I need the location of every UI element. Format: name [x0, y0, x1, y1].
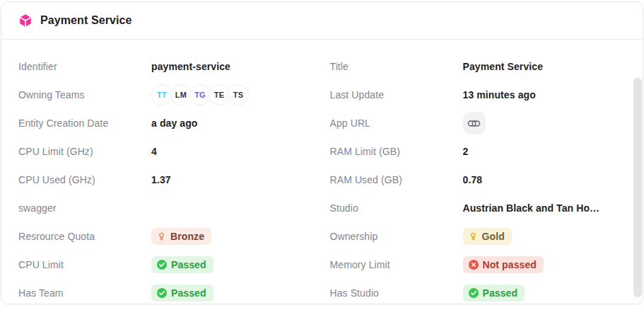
gold-badge: Gold — [463, 228, 512, 245]
detail-row: RAM Used (GB)0.78 — [330, 166, 626, 194]
field-value: 13 minutes ago — [463, 89, 626, 101]
detail-row: CPU LimitPassed — [18, 251, 315, 279]
badge-label: Gold — [482, 231, 505, 241]
badge-label: Passed — [483, 288, 518, 298]
medal-icon — [157, 232, 166, 241]
field-label: CPU Limit (GHz) — [18, 146, 151, 157]
card-header: Payment Service — [1, 2, 643, 40]
page-title: Payment Service — [40, 14, 132, 27]
field-value: Gold — [463, 228, 626, 245]
field-value: a day ago — [151, 117, 315, 129]
field-value: Passed — [151, 285, 315, 302]
detail-row: CPU Limit (GHz)4 — [18, 137, 315, 166]
field-label: Memory Limit — [330, 259, 463, 270]
detail-row: TitlePayment Service — [330, 52, 626, 81]
status-badge-passed: Passed — [151, 285, 213, 302]
bronze-badge: Bronze — [151, 228, 211, 245]
field-value-text: Payment Service — [463, 61, 544, 72]
field-value: payment-service — [151, 61, 315, 72]
field-label: Has Studio — [330, 287, 463, 299]
field-label: Owning Teams — [18, 89, 151, 101]
field-value-text: 0.78 — [463, 174, 483, 185]
field-value: Passed — [151, 256, 315, 273]
team-avatar[interactable]: TG — [189, 84, 211, 105]
field-value: Payment Service — [463, 61, 626, 72]
field-value: 1.37 — [151, 174, 315, 185]
details-column-right: TitlePayment ServiceLast Update13 minute… — [330, 52, 626, 304]
detail-row: Identifierpayment-service — [18, 52, 315, 81]
field-label: Entity Creation Date — [18, 117, 151, 129]
card-body: Identifierpayment-serviceOwning TeamsTTL… — [1, 40, 643, 304]
detail-row: Entity Creation Datea day ago — [18, 109, 315, 137]
team-avatar[interactable]: TT — [151, 84, 172, 105]
field-label: Identifier — [18, 61, 151, 72]
field-label: CPU Used (GHz) — [18, 174, 151, 185]
detail-row: App URL — [330, 109, 626, 137]
field-label: Resrource Quota — [18, 231, 151, 242]
field-value-text: 2 — [463, 146, 469, 157]
detail-row: Memory LimitNot passed — [330, 251, 626, 279]
field-label: swagger — [18, 202, 151, 214]
field-value — [463, 112, 626, 134]
field-value: 4 — [151, 146, 315, 157]
field-value: 0.78 — [463, 174, 626, 185]
field-value: Austrian Black and Tan Ho… — [463, 202, 626, 214]
field-value-text: 4 — [151, 146, 157, 157]
field-label: Studio — [330, 202, 463, 214]
field-label: CPU Limit — [18, 259, 151, 270]
field-label: Has Team — [18, 287, 151, 299]
detail-row: Last Update13 minutes ago — [330, 81, 626, 109]
field-value: TTLMTGTETS — [151, 84, 315, 105]
x-circle-icon — [469, 260, 479, 270]
status-badge-not-passed: Not passed — [463, 256, 544, 273]
link-icon — [467, 117, 481, 130]
owning-teams-avatars: TTLMTGTETS — [151, 84, 315, 105]
status-badge-passed: Passed — [151, 256, 213, 273]
field-label: Title — [330, 61, 463, 72]
payment-service-card: Payment Service Identifierpayment-servic… — [1, 1, 643, 304]
check-circle-icon — [157, 260, 167, 270]
badge-label: Passed — [171, 260, 206, 270]
field-value-text: a day ago — [151, 117, 197, 129]
team-avatar[interactable]: TE — [209, 84, 230, 105]
status-badge-passed: Passed — [463, 285, 525, 302]
field-value-text: 1.37 — [151, 174, 171, 185]
badge-label: Passed — [171, 288, 206, 298]
check-circle-icon — [157, 288, 167, 298]
app-url-button[interactable] — [463, 112, 486, 134]
field-value: Not passed — [463, 256, 626, 273]
detail-row: Has StudioPassed — [330, 279, 626, 304]
field-label: RAM Used (GB) — [330, 174, 463, 185]
detail-row: OwnershipGold — [330, 222, 626, 251]
field-value: Bronze — [151, 228, 315, 245]
detail-row: Resrource QuotaBronze — [18, 222, 315, 251]
detail-row: Has TeamPassed — [18, 279, 315, 304]
field-value: 2 — [463, 146, 626, 157]
details-column-left: Identifierpayment-serviceOwning TeamsTTL… — [18, 52, 315, 304]
detail-row: CPU Used (GHz)1.37 — [18, 166, 315, 194]
detail-row: RAM Limit (GB)2 — [330, 137, 626, 166]
badge-label: Not passed — [483, 260, 537, 270]
badge-label: Bronze — [170, 231, 204, 241]
detail-row: StudioAustrian Black and Tan Ho… — [330, 194, 626, 222]
medal-icon — [469, 232, 478, 241]
field-value: Passed — [463, 285, 626, 302]
detail-row: Owning TeamsTTLMTGTETS — [18, 81, 315, 109]
field-value-text: payment-service — [151, 61, 230, 72]
field-value-text: Austrian Black and Tan Ho… — [463, 202, 600, 214]
team-avatar[interactable]: TS — [228, 84, 249, 105]
field-label: App URL — [330, 117, 463, 129]
team-avatar[interactable]: LM — [170, 84, 192, 105]
scrollbar-thumb[interactable] — [633, 78, 642, 297]
package-icon — [18, 13, 33, 28]
detail-row: swagger — [18, 194, 315, 222]
field-label: RAM Limit (GB) — [330, 146, 463, 157]
field-label: Last Update — [330, 89, 463, 101]
check-circle-icon — [469, 288, 479, 298]
field-value-text: 13 minutes ago — [463, 89, 536, 101]
field-label: Ownership — [330, 231, 463, 242]
